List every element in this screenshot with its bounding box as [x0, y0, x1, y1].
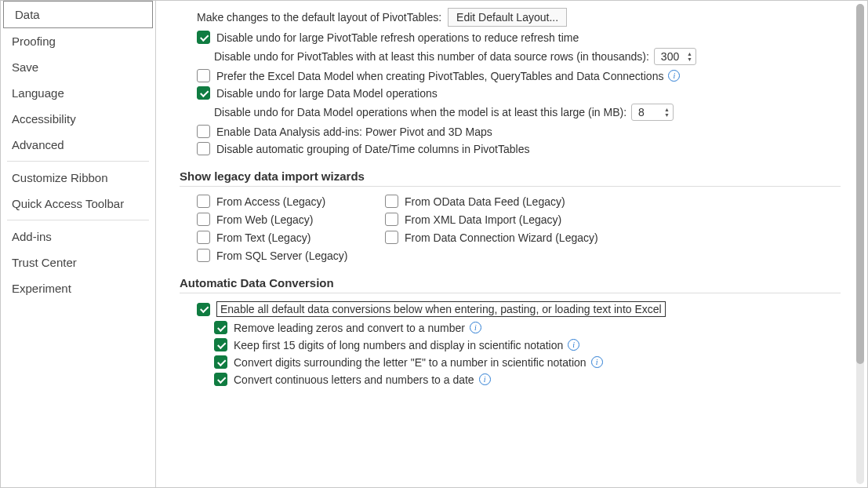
label-disable-undo-rows: Disable undo for PivotTables with at lea… [214, 50, 649, 63]
info-icon[interactable]: i [668, 70, 680, 82]
options-content: Make changes to the default layout of Pi… [156, 1, 867, 487]
label-convert-e: Convert digits surrounding the letter "E… [234, 356, 587, 369]
sidebar-item-customize-ribbon[interactable]: Customize Ribbon [1, 165, 155, 191]
label-keep-15-digits: Keep first 15 digits of long numbers and… [234, 339, 563, 351]
spinner-value: 8 [638, 106, 645, 118]
label-from-web: From Web (Legacy) [216, 213, 313, 226]
checkbox-disable-undo-model[interactable] [197, 86, 210, 100]
sidebar-item-save[interactable]: Save [1, 54, 155, 80]
checkbox-disable-grouping[interactable] [197, 142, 210, 155]
label-convert-date: Convert continuous letters and numbers t… [234, 373, 474, 386]
spinner-rows-thousands[interactable]: 300 ▲▼ [654, 48, 696, 65]
spinner-arrows-icon[interactable]: ▲▼ [664, 107, 670, 118]
label-from-xml: From XML Data Import (Legacy) [405, 213, 561, 226]
label-enable-addins: Enable Data Analysis add-ins: Power Pivo… [216, 126, 492, 138]
checkbox-convert-date[interactable] [214, 373, 227, 386]
sidebar-item-accessibility[interactable]: Accessibility [1, 106, 155, 132]
label-from-access: From Access (Legacy) [216, 195, 325, 208]
section-title-legacy: Show legacy data import wizards [180, 169, 841, 183]
checkbox-from-odata[interactable] [385, 195, 398, 208]
checkbox-enable-all-conversions[interactable] [197, 303, 210, 316]
checkbox-from-web[interactable] [197, 213, 210, 226]
checkbox-from-access[interactable] [197, 195, 210, 208]
section-divider [180, 186, 841, 187]
checkbox-from-xml[interactable] [385, 213, 398, 226]
label-enable-all-conversions: Enable all default data conversions belo… [216, 301, 666, 317]
checkbox-convert-e[interactable] [214, 355, 227, 369]
info-icon[interactable]: i [591, 356, 603, 368]
label-disable-undo-refresh: Disable undo for large PivotTable refres… [216, 31, 579, 44]
label-prefer-data-model: Prefer the Excel Data Model when creatin… [216, 70, 663, 82]
label-disable-undo-model-mb: Disable undo for Data Model operations w… [214, 106, 626, 118]
label-from-text: From Text (Legacy) [216, 231, 311, 244]
checkbox-prefer-data-model[interactable] [197, 69, 210, 82]
info-icon[interactable]: i [568, 339, 579, 351]
label-from-sql: From SQL Server (Legacy) [216, 249, 348, 262]
checkbox-keep-15-digits[interactable] [214, 338, 227, 351]
vertical-scrollbar[interactable] [856, 4, 864, 484]
info-icon[interactable]: i [470, 322, 481, 333]
scrollbar-thumb[interactable] [856, 4, 864, 364]
label-disable-grouping: Disable automatic grouping of Date/Time … [216, 143, 529, 155]
sidebar-item-advanced[interactable]: Advanced [1, 132, 155, 158]
section-divider [180, 293, 841, 293]
options-sidebar: Data Proofing Save Language Accessibilit… [1, 1, 156, 487]
checkbox-disable-undo-refresh[interactable] [197, 31, 210, 44]
checkbox-from-text[interactable] [197, 231, 210, 244]
sidebar-item-addins[interactable]: Add-ins [1, 224, 155, 249]
pivot-layout-label: Make changes to the default layout of Pi… [197, 11, 441, 24]
sidebar-item-language[interactable]: Language [1, 80, 155, 106]
sidebar-item-data[interactable]: Data [3, 1, 153, 28]
sidebar-item-trust-center[interactable]: Trust Center [1, 249, 155, 275]
label-disable-undo-model: Disable undo for large Data Model operat… [216, 87, 438, 100]
edit-default-layout-button[interactable]: Edit Default Layout... [448, 8, 567, 27]
checkbox-remove-leading-zeros[interactable] [214, 321, 227, 334]
label-from-odata: From OData Data Feed (Legacy) [405, 195, 565, 208]
section-title-adc: Automatic Data Conversion [180, 276, 841, 290]
spinner-model-mb[interactable]: 8 ▲▼ [631, 104, 674, 121]
sidebar-item-proofing[interactable]: Proofing [1, 28, 155, 54]
sidebar-item-quick-access[interactable]: Quick Access Toolbar [1, 191, 155, 217]
label-from-dcw: From Data Connection Wizard (Legacy) [405, 231, 598, 244]
spinner-value: 300 [661, 50, 679, 63]
checkbox-enable-addins[interactable] [197, 125, 210, 138]
sidebar-item-experiment[interactable]: Experiment [1, 275, 155, 301]
checkbox-from-sql[interactable] [197, 249, 210, 262]
label-remove-leading-zeros: Remove leading zeros and convert to a nu… [234, 322, 465, 334]
sidebar-divider [7, 220, 149, 220]
sidebar-divider [7, 161, 149, 162]
spinner-arrows-icon[interactable]: ▲▼ [687, 51, 692, 62]
info-icon[interactable]: i [479, 373, 491, 385]
checkbox-from-dcw[interactable] [385, 231, 398, 244]
